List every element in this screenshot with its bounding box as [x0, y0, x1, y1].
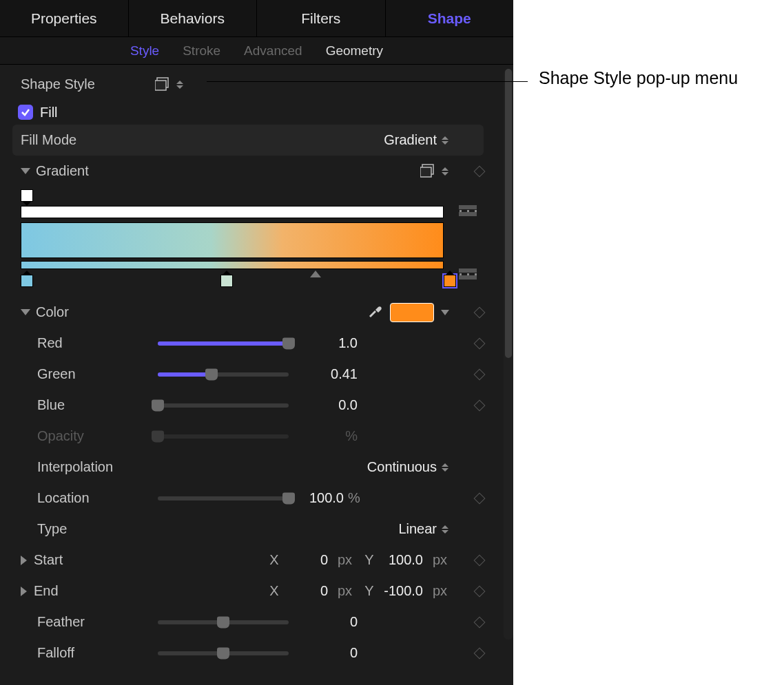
- falloff-value[interactable]: 0: [289, 645, 358, 661]
- slider-thumb[interactable]: [205, 368, 218, 380]
- slider-thumb: [152, 430, 164, 442]
- fill-section-header: Fill: [8, 100, 484, 125]
- red-value[interactable]: 1.0: [289, 335, 358, 351]
- green-label: Green: [37, 366, 158, 382]
- slider-thumb[interactable]: [282, 492, 295, 504]
- feather-value[interactable]: 0: [289, 614, 358, 630]
- interpolation-value[interactable]: Continuous: [367, 459, 437, 475]
- row-location: Location 100.0 %: [21, 483, 484, 514]
- falloff-slider[interactable]: [158, 651, 289, 655]
- type-value[interactable]: Linear: [382, 521, 437, 537]
- keyframe-icon[interactable]: [474, 616, 486, 628]
- gradient-bar-thin[interactable]: [21, 261, 444, 269]
- keyframe-icon[interactable]: [474, 647, 486, 659]
- blue-label: Blue: [37, 397, 158, 413]
- keyframe-icon[interactable]: [474, 165, 486, 177]
- opacity-label: Opacity: [37, 428, 158, 444]
- midpoint-handle[interactable]: [310, 271, 321, 277]
- end-x-value[interactable]: 0: [287, 583, 328, 599]
- subtab-style[interactable]: Style: [130, 43, 159, 59]
- sort-arrows-icon[interactable]: [441, 134, 449, 147]
- slider-thumb[interactable]: [217, 616, 229, 628]
- color-stop[interactable]: [21, 275, 33, 287]
- interpolation-label: Interpolation: [37, 459, 158, 475]
- sort-arrows-icon[interactable]: [176, 78, 184, 91]
- eyedropper-icon[interactable]: [367, 302, 383, 322]
- green-value[interactable]: 0.41: [289, 366, 358, 382]
- gradient-label: Gradient: [36, 163, 156, 179]
- opacity-bar[interactable]: [21, 206, 444, 218]
- blue-slider[interactable]: [158, 403, 289, 408]
- tab-label: Filters: [301, 10, 340, 27]
- unit-px: px: [338, 583, 357, 599]
- sort-arrows-icon[interactable]: [441, 523, 449, 536]
- tab-label: Behaviors: [161, 10, 225, 27]
- subtab-advanced[interactable]: Advanced: [244, 43, 302, 59]
- tab-properties[interactable]: Properties: [0, 0, 129, 36]
- unit-px: px: [433, 583, 452, 599]
- end-y-value[interactable]: -100.0: [382, 583, 423, 599]
- keyframe-icon[interactable]: [474, 368, 486, 380]
- color-well[interactable]: [390, 303, 434, 322]
- fill-section-label: Fill: [40, 105, 58, 120]
- y-label: Y: [362, 583, 376, 599]
- start-y-value[interactable]: 100.0: [382, 552, 423, 568]
- scrollbar[interactable]: [504, 69, 513, 640]
- red-label: Red: [37, 335, 158, 351]
- keyframe-icon[interactable]: [474, 306, 486, 318]
- svg-rect-13: [475, 273, 477, 275]
- keyframe-icon[interactable]: [474, 399, 486, 411]
- sort-arrows-icon[interactable]: [441, 461, 449, 474]
- gradient-editor[interactable]: [21, 189, 484, 293]
- tab-behaviors[interactable]: Behaviors: [129, 0, 258, 36]
- row-type: Type Linear: [21, 514, 484, 545]
- keyframe-icon[interactable]: [474, 585, 486, 597]
- shape-style-popup[interactable]: [155, 77, 172, 92]
- scrollbar-thumb[interactable]: [505, 69, 512, 358]
- distribute-opacity-icon[interactable]: [455, 202, 481, 221]
- slider-thumb[interactable]: [282, 337, 295, 349]
- svg-rect-1: [155, 81, 166, 90]
- tab-filters[interactable]: Filters: [257, 0, 386, 36]
- chevron-down-icon[interactable]: [441, 310, 449, 315]
- opacity-unit: %: [289, 428, 358, 444]
- disclosure-triangle-icon[interactable]: [21, 587, 27, 596]
- disclosure-triangle-icon[interactable]: [21, 309, 30, 315]
- svg-rect-4: [459, 205, 477, 209]
- keyframe-icon[interactable]: [474, 554, 486, 566]
- green-slider[interactable]: [158, 372, 289, 377]
- tab-shape[interactable]: Shape: [386, 0, 514, 36]
- keyframe-icon[interactable]: [474, 337, 486, 349]
- sort-arrows-icon[interactable]: [441, 165, 449, 178]
- fill-mode-value[interactable]: Gradient: [382, 132, 437, 148]
- opacity-stop-handle[interactable]: [21, 189, 33, 202]
- gradient-preset-popup[interactable]: [420, 164, 437, 179]
- svg-rect-5: [459, 212, 477, 216]
- disclosure-triangle-icon[interactable]: [21, 556, 27, 565]
- gradient-bar[interactable]: [21, 222, 444, 258]
- location-value[interactable]: 100.0: [289, 490, 344, 506]
- fill-checkbox[interactable]: [18, 105, 33, 120]
- red-slider[interactable]: [158, 341, 289, 346]
- distribute-color-icon[interactable]: [455, 265, 481, 284]
- subtab-geometry[interactable]: Geometry: [326, 43, 383, 59]
- svg-rect-8: [475, 210, 477, 212]
- row-blue: Blue 0.0: [21, 390, 484, 421]
- color-stop[interactable]: [220, 275, 233, 287]
- start-x-value[interactable]: 0: [287, 552, 328, 568]
- subtab-stroke[interactable]: Stroke: [183, 43, 220, 59]
- start-label: Start: [34, 552, 154, 568]
- blue-value[interactable]: 0.0: [289, 397, 358, 413]
- keyframe-icon[interactable]: [474, 492, 486, 504]
- unit-px: px: [433, 552, 452, 568]
- disclosure-triangle-icon[interactable]: [21, 168, 30, 174]
- x-label: X: [267, 552, 281, 568]
- slider-thumb[interactable]: [152, 399, 164, 411]
- slider-thumb[interactable]: [217, 647, 229, 659]
- end-label: End: [34, 583, 154, 599]
- row-feather: Feather 0: [21, 607, 484, 637]
- location-slider[interactable]: [158, 496, 289, 500]
- feather-label: Feather: [37, 614, 158, 630]
- feather-slider[interactable]: [158, 620, 289, 624]
- svg-rect-9: [459, 268, 477, 273]
